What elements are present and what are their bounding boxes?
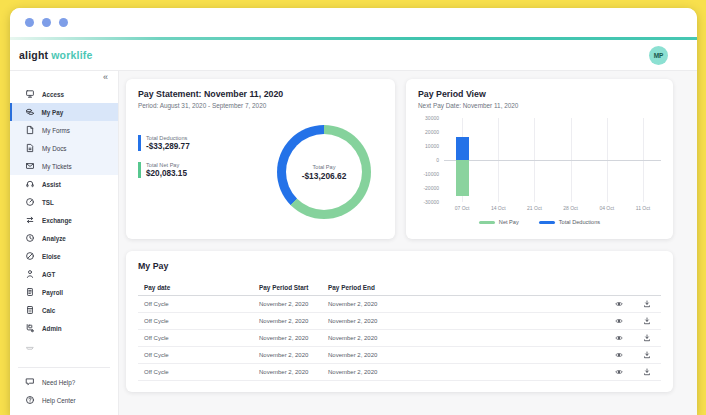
sidebar-item-label: My Forms — [42, 127, 70, 134]
sidebar-item-label: Access — [42, 91, 64, 98]
x-tick: 07 Oct — [444, 205, 480, 211]
sidebar-item-exchange[interactable]: Exchange — [10, 211, 118, 229]
download-pay-statement-button[interactable] — [633, 334, 661, 342]
view-pay-statement-button[interactable] — [605, 317, 633, 325]
cell-pay-date: Off Cycle — [144, 369, 259, 375]
envelope-icon — [25, 161, 35, 171]
cell-pay-date: Off Cycle — [144, 335, 259, 341]
bar-plot — [444, 118, 661, 202]
sidebar-item-label: Admin — [42, 325, 62, 332]
sidebar-item-calc[interactable]: Calc — [10, 301, 118, 319]
y-axis-labels: 3000020000100000-10000-20000-30000 — [418, 118, 444, 202]
sidebar-item-label: Need Help? — [42, 379, 75, 386]
download-pay-statement-button[interactable] — [633, 317, 661, 325]
sidebar-item-label: AGT — [42, 271, 55, 278]
browser-window: alightworklife MP « AccessMy PayMy Forms… — [10, 8, 697, 415]
cell-pay-period-end: November 2, 2020 — [328, 369, 605, 375]
cell-pay-period-start: November 2, 2020 — [259, 369, 328, 375]
sidebar-item-tsl[interactable]: TSL — [10, 193, 118, 211]
tools-icon — [25, 323, 35, 333]
legend-swatch — [479, 221, 495, 224]
main-content: Pay Statement: November 11, 2020 Period:… — [119, 71, 697, 415]
headset-icon — [25, 179, 35, 189]
bar-total-deductions — [456, 137, 469, 160]
file-alt-icon — [25, 143, 35, 153]
window-control-dot[interactable] — [25, 18, 34, 27]
view-pay-statement-button[interactable] — [605, 300, 633, 308]
sidebar-item-label: Assist — [42, 181, 61, 188]
my-pay-table-card: My Pay Pay date Pay Period Start Pay Per… — [126, 251, 673, 392]
sidebar-item-payroll[interactable]: Payroll — [10, 283, 118, 301]
gauge-icon — [25, 197, 35, 207]
sidebar-collapse-icon[interactable]: « — [103, 72, 108, 82]
pay-statement-title: Pay Statement: November 11, 2020 — [138, 89, 383, 99]
download-pay-statement-button[interactable] — [633, 300, 661, 308]
cell-pay-date: Off Cycle — [144, 318, 259, 324]
download-pay-statement-button[interactable] — [633, 351, 661, 359]
pay-statement-card: Pay Statement: November 11, 2020 Period:… — [126, 79, 395, 239]
pay-period-bar-chart: 3000020000100000-10000-20000-30000 — [418, 118, 661, 202]
cell-pay-period-start: November 2, 2020 — [259, 318, 328, 324]
table-row[interactable]: Off CycleNovember 2, 2020November 2, 202… — [138, 313, 661, 330]
sidebar-item-need-help[interactable]: Need Help? — [18, 373, 110, 391]
sidebar-item-my-forms[interactable]: My Forms — [10, 121, 118, 139]
window-control-dot[interactable] — [42, 18, 51, 27]
y-tick: -10000 — [423, 171, 439, 177]
cell-pay-date: Off Cycle — [144, 301, 259, 307]
sidebar-item-label: Analyze — [42, 235, 66, 242]
monitor-icon — [25, 89, 35, 99]
chart-legend: Net PayTotal Deductions — [418, 219, 661, 225]
view-pay-statement-button[interactable] — [605, 334, 633, 342]
cell-pay-period-end: November 2, 2020 — [328, 352, 605, 358]
table-header: Pay date Pay Period Start Pay Period End — [138, 280, 661, 296]
col-pay-date: Pay date — [144, 284, 259, 291]
sidebar-nav: AccessMy PayMy FormsMy DocsMy TicketsAss… — [10, 85, 118, 355]
tag-icon — [25, 251, 35, 261]
cell-pay-period-end: November 2, 2020 — [328, 301, 605, 307]
download-pay-statement-button[interactable] — [633, 368, 661, 376]
chat-icon — [25, 377, 35, 387]
sidebar-item-agt[interactable]: AGT — [10, 265, 118, 283]
avatar[interactable]: MP — [649, 46, 668, 65]
sidebar-item-my-pay[interactable]: My Pay — [10, 103, 118, 121]
cell-pay-period-start: November 2, 2020 — [259, 352, 328, 358]
sidebar-footer: Need Help?Help Center — [18, 367, 110, 415]
calculator-icon — [25, 305, 35, 315]
y-tick: 30000 — [425, 115, 439, 121]
sidebar-item-eloise[interactable]: Eloise — [10, 247, 118, 265]
table-row[interactable]: Off CycleNovember 2, 2020November 2, 202… — [138, 364, 661, 381]
y-tick: 20000 — [425, 129, 439, 135]
pay-statement-stats: Total Deductions -$33,289.77 Total Net P… — [138, 125, 190, 219]
my-pay-table-title: My Pay — [138, 261, 661, 271]
table-row[interactable]: Off CycleNovember 2, 2020November 2, 202… — [138, 296, 661, 313]
pay-period-view-card: Pay Period View Next Pay Date: November … — [406, 79, 673, 239]
sidebar-item-my-docs[interactable]: My Docs — [10, 139, 118, 157]
window-control-dot[interactable] — [59, 18, 68, 27]
table-row[interactable]: Off CycleNovember 2, 2020November 2, 202… — [138, 347, 661, 364]
sidebar-item-assist[interactable]: Assist — [10, 175, 118, 193]
x-tick: 21 Oct — [516, 205, 552, 211]
sidebar-item-partial[interactable] — [10, 337, 118, 355]
brand-light: worklife — [51, 49, 92, 61]
sidebar-item-help-center[interactable]: Help Center — [18, 391, 110, 409]
sidebar-item-label: Exchange — [42, 217, 72, 224]
person-icon — [25, 269, 35, 279]
cell-pay-period-start: November 2, 2020 — [259, 301, 328, 307]
sidebar-item-access[interactable]: Access — [10, 85, 118, 103]
legend-swatch — [539, 221, 555, 224]
sidebar-item-admin[interactable]: Admin — [10, 319, 118, 337]
coins-icon — [25, 107, 35, 117]
view-pay-statement-button[interactable] — [605, 368, 633, 376]
view-pay-statement-button[interactable] — [605, 351, 633, 359]
sidebar-item-label: My Tickets — [42, 163, 72, 170]
pay-statement-period: Period: August 31, 2020 - September 7, 2… — [138, 102, 383, 109]
table-row[interactable]: Off CycleNovember 2, 2020November 2, 202… — [138, 330, 661, 347]
legend-item-total-deductions: Total Deductions — [539, 219, 600, 225]
y-tick: -20000 — [423, 185, 439, 191]
x-tick: 11 Oct — [625, 205, 661, 211]
sidebar-item-analyze[interactable]: Analyze — [10, 229, 118, 247]
brand-bold: alight — [19, 49, 48, 61]
sidebar-item-my-tickets[interactable]: My Tickets — [10, 157, 118, 175]
x-axis-labels: 07 Oct14 Oct21 Oct28 Oct04 Oct11 Oct — [444, 205, 661, 211]
cell-pay-period-start: November 2, 2020 — [259, 335, 328, 341]
